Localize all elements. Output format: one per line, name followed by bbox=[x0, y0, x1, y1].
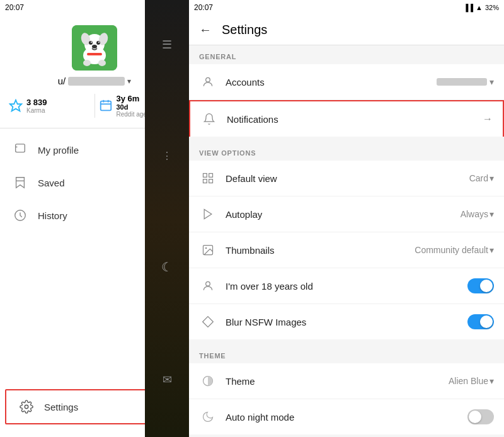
auto-night-toggle[interactable] bbox=[467, 409, 494, 424]
theme-text: Alien Blue bbox=[449, 376, 488, 386]
svg-rect-25 bbox=[209, 174, 213, 178]
accounts-value-blur bbox=[437, 78, 487, 86]
section-view-label: VIEW OPTIONS bbox=[189, 142, 504, 161]
svg-point-9 bbox=[92, 45, 97, 48]
settings-page-title: Settings bbox=[222, 23, 267, 37]
accounts-value: ▾ bbox=[437, 77, 494, 87]
svg-rect-26 bbox=[203, 179, 207, 183]
svg-point-22 bbox=[25, 405, 28, 409]
thumbnails-label: Thumbnails bbox=[226, 245, 415, 256]
settings-content: GENERAL Accounts ▾ Notifications → bbox=[189, 45, 504, 437]
username-blur bbox=[68, 77, 125, 86]
settings-row-notifications[interactable]: Notifications → bbox=[189, 100, 504, 137]
left-panel: 20:07 ▐▐ ▲ 32% bbox=[0, 0, 189, 437]
nav-saved-label: Saved bbox=[38, 178, 65, 188]
svg-point-11 bbox=[83, 60, 91, 66]
settings-group-view: Default view Card ▾ Autoplay Always ▾ bbox=[189, 161, 504, 339]
accounts-dropdown-icon: ▾ bbox=[490, 77, 494, 87]
gear-icon bbox=[19, 399, 34, 414]
thumbnails-dropdown-icon: ▾ bbox=[490, 245, 494, 255]
svg-marker-13 bbox=[10, 100, 21, 111]
svg-marker-28 bbox=[204, 210, 212, 219]
thumbnails-value: Community default ▾ bbox=[415, 245, 494, 255]
battery-right: 32% bbox=[485, 4, 499, 11]
blur-nsfw-toggle[interactable] bbox=[467, 314, 494, 329]
age-text: 3y 6m 30d Reddit age bbox=[117, 94, 147, 118]
dark-overlay: ☰ ⋮ ☾ ✉ bbox=[145, 0, 189, 437]
username-row[interactable]: u/ ▾ bbox=[58, 76, 132, 86]
time-right: 20:07 bbox=[194, 3, 213, 12]
svg-point-12 bbox=[98, 60, 106, 66]
theme-dropdown-icon: ▾ bbox=[490, 376, 494, 386]
autoplay-value: Always ▾ bbox=[461, 209, 494, 219]
status-bar-right: 20:07 ▐▐ ▲ 32% bbox=[189, 0, 504, 15]
svg-marker-32 bbox=[203, 317, 214, 327]
avatar-image bbox=[72, 25, 117, 71]
accounts-icon bbox=[199, 73, 217, 91]
auto-night-label: Auto night mode bbox=[226, 412, 467, 423]
settings-row-theme[interactable]: Theme Alien Blue ▾ bbox=[189, 363, 504, 399]
autoplay-label: Autoplay bbox=[226, 209, 461, 220]
age-value: 3y 6m bbox=[117, 94, 147, 103]
right-panel: 20:07 ▐▐ ▲ 32% ← Settings GENERAL Accoun… bbox=[189, 0, 504, 437]
reddit-age-icon bbox=[99, 99, 113, 113]
username-prefix: u/ bbox=[58, 76, 66, 86]
bell-icon bbox=[200, 110, 218, 128]
status-icons-right: ▐▐ ▲ 32% bbox=[463, 4, 499, 11]
over18-icon bbox=[199, 277, 217, 295]
svg-rect-27 bbox=[209, 179, 213, 183]
svg-point-5 bbox=[89, 41, 93, 45]
blur-nsfw-toggle-knob bbox=[480, 315, 493, 328]
default-view-dropdown-icon: ▾ bbox=[490, 173, 494, 183]
thumbnails-text: Community default bbox=[415, 245, 488, 255]
theme-label: Theme bbox=[226, 376, 449, 387]
settings-row-default-view[interactable]: Default view Card ▾ bbox=[189, 161, 504, 196]
settings-row-blur-nsfw[interactable]: Blur NSFW Images bbox=[189, 304, 504, 339]
grid-icon bbox=[199, 169, 217, 187]
chevron-down-icon: ▾ bbox=[127, 77, 131, 86]
settings-row-auto-night[interactable]: Auto night mode bbox=[189, 399, 504, 434]
svg-point-31 bbox=[206, 281, 210, 286]
auto-night-toggle-knob bbox=[469, 411, 481, 423]
notifications-arrow-icon: → bbox=[483, 113, 493, 125]
signal-icon-right: ▐▐ bbox=[463, 4, 473, 11]
section-theme-label: THEME bbox=[189, 344, 504, 363]
settings-row-thumbnails[interactable]: Thumbnails Community default ▾ bbox=[189, 232, 504, 268]
svg-point-23 bbox=[206, 77, 210, 82]
svg-rect-14 bbox=[100, 101, 111, 111]
settings-row-accounts[interactable]: Accounts ▾ bbox=[189, 64, 504, 100]
svg-rect-18 bbox=[16, 144, 25, 152]
svg-point-6 bbox=[96, 41, 100, 45]
autoplay-text: Always bbox=[461, 209, 488, 219]
settings-row-over18[interactable]: I'm over 18 years old bbox=[189, 268, 504, 304]
moon-icon bbox=[199, 408, 217, 426]
settings-row-autoplay[interactable]: Autoplay Always ▾ bbox=[189, 196, 504, 232]
diamond-icon bbox=[199, 313, 217, 331]
karma-text: 3 839 Karma bbox=[26, 98, 47, 114]
settings-group-general: Accounts ▾ Notifications → bbox=[189, 64, 504, 137]
section-general-label: GENERAL bbox=[189, 45, 504, 64]
wifi-icon-right: ▲ bbox=[476, 4, 483, 11]
over18-label: I'm over 18 years old bbox=[226, 281, 467, 292]
nav-history-label: History bbox=[38, 210, 67, 221]
accounts-label: Accounts bbox=[226, 77, 437, 88]
over18-toggle[interactable] bbox=[467, 278, 494, 293]
theme-value: Alien Blue ▾ bbox=[449, 376, 494, 386]
time-left: 20:07 bbox=[5, 3, 24, 12]
svg-point-8 bbox=[98, 42, 100, 43]
karma-value: 3 839 bbox=[26, 98, 47, 107]
person-icon bbox=[13, 142, 28, 157]
default-view-label: Default view bbox=[226, 173, 469, 184]
svg-point-7 bbox=[91, 42, 92, 43]
back-button[interactable]: ← bbox=[199, 23, 212, 37]
blur-nsfw-label: Blur NSFW Images bbox=[226, 317, 467, 327]
notifications-label: Notifications bbox=[227, 114, 483, 125]
default-view-value: Card ▾ bbox=[469, 173, 494, 183]
karma-label: Karma bbox=[26, 107, 47, 114]
theme-icon bbox=[199, 372, 217, 390]
age-label: Reddit age bbox=[117, 111, 147, 118]
over18-toggle-knob bbox=[480, 280, 493, 292]
image-icon bbox=[199, 241, 217, 259]
karma-icon bbox=[9, 99, 23, 113]
karma-stat: 3 839 Karma bbox=[5, 91, 94, 120]
